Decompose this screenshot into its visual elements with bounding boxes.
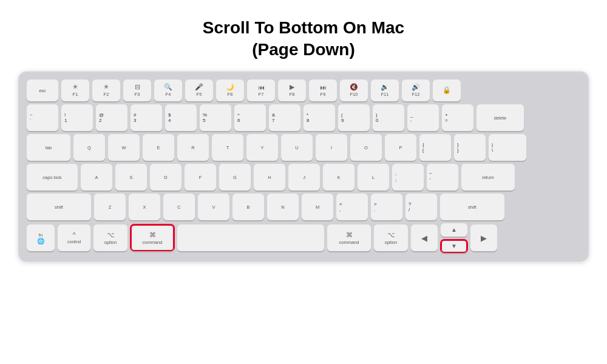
key-shift-left[interactable]: shift: [27, 194, 91, 220]
asdf-row: caps lock A S D F G H J K L : ; " ' retu…: [27, 164, 580, 190]
key-backslash[interactable]: | \: [489, 134, 526, 161]
key-return[interactable]: return: [461, 164, 515, 190]
key-period[interactable]: > .: [371, 194, 402, 220]
key-f11[interactable]: 🔉 F11: [371, 79, 399, 101]
arrow-up-down-group: ▲ ▼: [441, 223, 467, 253]
key-c[interactable]: C: [163, 194, 195, 220]
key-s[interactable]: S: [115, 164, 147, 190]
qwerty-row: tab Q W E R T Y U I O P { [ } ] | \: [27, 134, 580, 161]
key-equals[interactable]: + =: [442, 104, 473, 131]
key-2[interactable]: @ 2: [96, 104, 127, 131]
key-f2-label: F2: [104, 92, 109, 97]
key-f[interactable]: F: [185, 164, 216, 190]
key-arrow-left[interactable]: ◀: [411, 224, 438, 251]
key-f5[interactable]: 🎤 F5: [185, 79, 213, 101]
key-f7-label: F7: [259, 92, 264, 97]
key-f4[interactable]: 🔍 F4: [154, 79, 182, 101]
key-4[interactable]: $ 4: [165, 104, 197, 131]
key-l[interactable]: L: [358, 164, 389, 190]
key-minus[interactable]: _ -: [407, 104, 439, 131]
key-5[interactable]: % 5: [200, 104, 231, 131]
number-row: ~ ` ! 1 @ 2 # 3 $ 4 % 5 ^ 6 & 7: [27, 104, 580, 131]
title-line2: (Page Down): [252, 40, 355, 59]
key-arrow-down[interactable]: ▼: [441, 240, 467, 253]
zxcv-row: shift Z X C V B N M < , > . ? / shift: [27, 194, 580, 220]
key-f1[interactable]: ☀ F1: [61, 79, 89, 101]
key-i[interactable]: I: [316, 134, 347, 161]
key-f2[interactable]: ☀ F2: [92, 79, 120, 101]
key-z[interactable]: Z: [94, 194, 126, 220]
key-f5-icon: 🎤: [195, 83, 203, 91]
key-r[interactable]: R: [177, 134, 209, 161]
key-command-right[interactable]: ⌘ command: [327, 224, 371, 251]
key-m[interactable]: M: [302, 194, 333, 220]
key-v[interactable]: V: [198, 194, 229, 220]
key-a[interactable]: A: [81, 164, 112, 190]
key-n[interactable]: N: [267, 194, 299, 220]
key-f6[interactable]: 🌙 F6: [216, 79, 244, 101]
key-f9-icon: ⏭: [320, 84, 327, 91]
key-f7[interactable]: ⏮ F7: [247, 79, 275, 101]
key-x[interactable]: X: [129, 194, 160, 220]
key-rbracket[interactable]: } ]: [454, 134, 486, 161]
key-f10-label: F10: [350, 92, 358, 97]
key-quote[interactable]: " ': [427, 164, 458, 190]
key-option-left[interactable]: ⌥ option: [93, 224, 127, 251]
key-slash[interactable]: ? /: [405, 194, 437, 220]
key-g[interactable]: G: [219, 164, 251, 190]
key-f12-label: F12: [412, 92, 420, 97]
key-f9[interactable]: ⏭ F9: [309, 79, 337, 101]
key-t[interactable]: T: [212, 134, 243, 161]
key-f1-label: F1: [73, 92, 78, 97]
key-backtick[interactable]: ~ `: [27, 104, 58, 131]
key-8[interactable]: * 8: [304, 104, 335, 131]
key-9[interactable]: ( 9: [338, 104, 370, 131]
key-f5-label: F5: [197, 92, 202, 97]
key-h[interactable]: H: [254, 164, 285, 190]
key-q[interactable]: Q: [73, 134, 105, 161]
key-3[interactable]: # 3: [131, 104, 162, 131]
key-u[interactable]: U: [281, 134, 313, 161]
key-k[interactable]: K: [323, 164, 354, 190]
key-option-right[interactable]: ⌥ option: [374, 224, 408, 251]
key-shift-right[interactable]: shift: [440, 194, 504, 220]
key-comma[interactable]: < ,: [336, 194, 368, 220]
key-0[interactable]: ) 0: [373, 104, 404, 131]
key-1[interactable]: ! 1: [61, 104, 93, 131]
bottom-row: fn 🌐 ^ control ⌥ option ⌘ command ⌘ comm…: [27, 223, 580, 253]
key-space[interactable]: [177, 224, 324, 251]
key-7[interactable]: & 7: [269, 104, 300, 131]
key-lock[interactable]: 🔒: [433, 79, 461, 101]
key-f3[interactable]: ⊟ F3: [123, 79, 151, 101]
key-f11-label: F11: [381, 92, 389, 97]
key-p[interactable]: P: [385, 134, 416, 161]
key-fn-globe: 🌐: [37, 238, 44, 244]
key-y[interactable]: Y: [246, 134, 278, 161]
key-command-left[interactable]: ⌘ command: [131, 224, 174, 251]
key-delete[interactable]: delete: [476, 104, 524, 131]
key-e[interactable]: E: [143, 134, 174, 161]
key-w[interactable]: W: [108, 134, 140, 161]
key-capslock[interactable]: caps lock: [27, 164, 78, 190]
key-f1-icon: ☀: [72, 83, 78, 91]
key-f8[interactable]: ▶ F8: [278, 79, 306, 101]
key-arrow-right[interactable]: ▶: [470, 224, 497, 251]
key-j[interactable]: J: [288, 164, 320, 190]
key-esc-label: esc: [39, 88, 46, 93]
key-f7-icon: ⏮: [258, 84, 265, 91]
key-arrow-up[interactable]: ▲: [441, 223, 467, 237]
key-d[interactable]: D: [150, 164, 181, 190]
key-o[interactable]: O: [350, 134, 382, 161]
key-fn[interactable]: fn 🌐: [27, 224, 55, 251]
key-esc[interactable]: esc: [27, 79, 58, 101]
key-semicolon[interactable]: : ;: [392, 164, 424, 190]
key-f4-label: F4: [166, 92, 171, 97]
key-control[interactable]: ^ control: [58, 224, 90, 251]
key-f12[interactable]: 🔊 F12: [402, 79, 430, 101]
key-6[interactable]: ^ 6: [234, 104, 266, 131]
key-b[interactable]: B: [232, 194, 264, 220]
key-f3-icon: ⊟: [135, 83, 140, 91]
key-lbracket[interactable]: { [: [419, 134, 451, 161]
key-tab[interactable]: tab: [27, 134, 70, 161]
key-f10[interactable]: 🔇 F10: [340, 79, 368, 101]
